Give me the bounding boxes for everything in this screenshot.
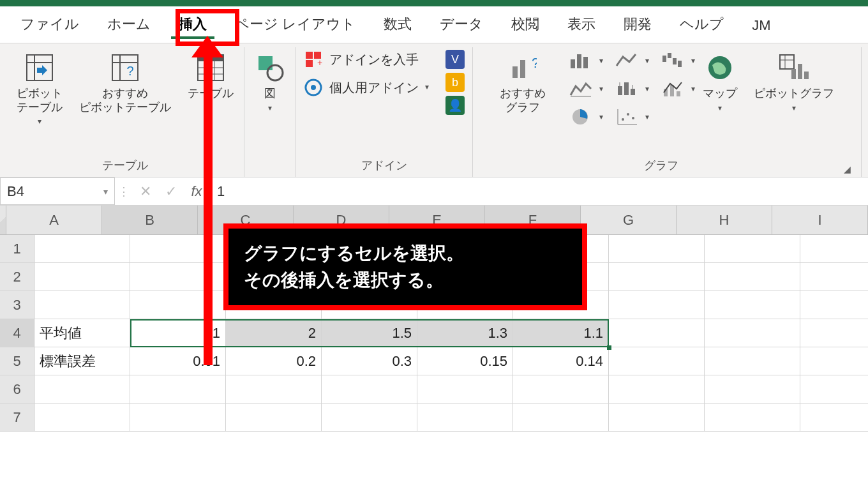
get-addins-button[interactable]: + アドインを入手 bbox=[304, 50, 429, 69]
cell-I2[interactable] bbox=[800, 263, 868, 290]
tab-jm[interactable]: JM bbox=[738, 8, 784, 43]
col-header-G[interactable]: G bbox=[581, 206, 677, 234]
select-all-corner[interactable] bbox=[0, 206, 6, 234]
cell-B4[interactable]: 1 bbox=[130, 319, 226, 347]
cell-G6[interactable] bbox=[609, 375, 705, 403]
tab-developer[interactable]: 開発 bbox=[610, 6, 666, 43]
enter-formula-button[interactable]: ✓ bbox=[158, 183, 184, 200]
pie-chart-button[interactable]: ▾ bbox=[566, 106, 597, 128]
cell-E6[interactable] bbox=[417, 375, 513, 403]
visio-addin-icon[interactable]: V bbox=[445, 50, 465, 69]
cell-A5[interactable]: 標準誤差 bbox=[34, 347, 130, 375]
cell-I7[interactable] bbox=[800, 404, 868, 431]
tab-page-layout[interactable]: ページ レイアウト bbox=[221, 6, 370, 43]
row-header-4[interactable]: 4 bbox=[0, 319, 34, 347]
cell-D7[interactable] bbox=[322, 404, 417, 431]
tab-review[interactable]: 校閲 bbox=[497, 6, 553, 43]
cell-G5[interactable] bbox=[609, 347, 705, 375]
cell-H2[interactable] bbox=[705, 263, 800, 290]
cell-B3[interactable] bbox=[130, 291, 226, 319]
cell-E5[interactable]: 0.15 bbox=[417, 347, 513, 375]
name-box-resize[interactable]: ⋮ bbox=[115, 185, 133, 199]
tab-view[interactable]: 表示 bbox=[553, 6, 610, 43]
row-header-2[interactable]: 2 bbox=[0, 263, 34, 290]
cell-F6[interactable] bbox=[513, 375, 609, 403]
cell-A2[interactable] bbox=[34, 263, 130, 290]
waterfall-chart-button[interactable]: ▾ bbox=[658, 50, 689, 72]
cell-F4[interactable]: 1.1 bbox=[513, 319, 609, 347]
recommended-pivot-button[interactable]: ? おすすめ ピボットテーブル bbox=[77, 50, 174, 117]
col-header-H[interactable]: H bbox=[677, 206, 772, 234]
tab-data[interactable]: データ bbox=[426, 6, 497, 43]
cell-C7[interactable] bbox=[226, 404, 322, 431]
recommended-charts-button[interactable]: ? おすすめ グラフ bbox=[497, 50, 548, 117]
cell-D4[interactable]: 1.5 bbox=[322, 319, 417, 347]
cell-I4[interactable] bbox=[800, 319, 868, 347]
pivot-chart-button[interactable]: ピボットグラフ ▾ bbox=[751, 50, 837, 115]
col-header-I[interactable]: I bbox=[772, 206, 868, 234]
cell-F7[interactable] bbox=[513, 404, 609, 431]
cell-B6[interactable] bbox=[130, 375, 226, 403]
column-chart-button[interactable]: ▾ bbox=[566, 50, 597, 72]
scatter-chart-button[interactable]: ▾ bbox=[612, 106, 643, 128]
cell-E7[interactable] bbox=[417, 404, 513, 431]
tab-help[interactable]: ヘルプ bbox=[666, 6, 738, 43]
cell-G2[interactable] bbox=[609, 263, 705, 290]
cell-H1[interactable] bbox=[705, 235, 800, 262]
cell-A1[interactable] bbox=[34, 235, 130, 262]
tab-formulas[interactable]: 数式 bbox=[370, 6, 426, 43]
cell-H6[interactable] bbox=[705, 375, 800, 403]
cell-H7[interactable] bbox=[705, 404, 800, 431]
row-header-1[interactable]: 1 bbox=[0, 235, 34, 262]
cell-I3[interactable] bbox=[800, 291, 868, 319]
pivot-table-button[interactable]: ピボット テーブル ▾ bbox=[14, 50, 65, 128]
line-chart-button[interactable]: ▾ bbox=[612, 50, 643, 72]
formula-input[interactable]: 1 bbox=[209, 183, 868, 200]
cell-G7[interactable] bbox=[609, 404, 705, 431]
col-header-B[interactable]: B bbox=[102, 206, 198, 234]
cell-A4[interactable]: 平均値 bbox=[34, 319, 130, 347]
statistic-chart-button[interactable]: ▾ bbox=[612, 78, 643, 100]
cancel-formula-button[interactable]: ✕ bbox=[133, 183, 158, 200]
cell-A3[interactable] bbox=[34, 291, 130, 319]
cell-I6[interactable] bbox=[800, 375, 868, 403]
charts-dialog-launcher[interactable]: ◢ bbox=[841, 163, 853, 176]
cell-B7[interactable] bbox=[130, 404, 226, 431]
cell-H3[interactable] bbox=[705, 291, 800, 319]
tab-file[interactable]: ファイル bbox=[6, 6, 93, 43]
cell-D5[interactable]: 0.3 bbox=[322, 347, 417, 375]
cell-C5[interactable]: 0.2 bbox=[226, 347, 322, 375]
my-addins-button[interactable]: 個人用アドイン ▾ bbox=[304, 78, 429, 97]
cell-I5[interactable] bbox=[800, 347, 868, 375]
cell-B5[interactable]: 0.01 bbox=[130, 347, 226, 375]
tab-insert[interactable]: 挿入 bbox=[165, 6, 221, 43]
row-header-7[interactable]: 7 bbox=[0, 404, 34, 431]
cell-G4[interactable] bbox=[609, 319, 705, 347]
cell-C4[interactable]: 2 bbox=[226, 319, 322, 347]
people-addin-icon[interactable]: 👤 bbox=[445, 96, 465, 115]
cell-B2[interactable] bbox=[130, 263, 226, 290]
tab-home[interactable]: ホーム bbox=[93, 6, 165, 43]
cell-G1[interactable] bbox=[609, 235, 705, 262]
cell-H5[interactable] bbox=[705, 347, 800, 375]
insert-function-button[interactable]: fx bbox=[184, 183, 209, 200]
maps-button[interactable]: マップ ▾ bbox=[700, 50, 740, 115]
name-box[interactable]: B4 ▾ bbox=[0, 177, 115, 205]
row-header-5[interactable]: 5 bbox=[0, 347, 34, 375]
row-header-3[interactable]: 3 bbox=[0, 291, 34, 319]
combo-chart-button[interactable]: ▾ bbox=[658, 78, 689, 100]
cell-A7[interactable] bbox=[34, 404, 130, 431]
cell-C6[interactable] bbox=[226, 375, 322, 403]
cell-B1[interactable] bbox=[130, 235, 226, 262]
cell-G3[interactable] bbox=[609, 291, 705, 319]
cell-E4[interactable]: 1.3 bbox=[417, 319, 513, 347]
col-header-A[interactable]: A bbox=[6, 206, 102, 234]
hierarchy-chart-button[interactable]: ▾ bbox=[566, 78, 597, 100]
cell-A6[interactable] bbox=[34, 375, 130, 403]
radar-chart-button[interactable] bbox=[658, 106, 689, 128]
cell-H4[interactable] bbox=[705, 319, 800, 347]
cell-D6[interactable] bbox=[322, 375, 417, 403]
bing-addin-icon[interactable]: b bbox=[445, 73, 465, 92]
table-button[interactable]: テーブル bbox=[185, 50, 236, 103]
illustrations-button[interactable]: 図 ▾ bbox=[252, 50, 288, 115]
